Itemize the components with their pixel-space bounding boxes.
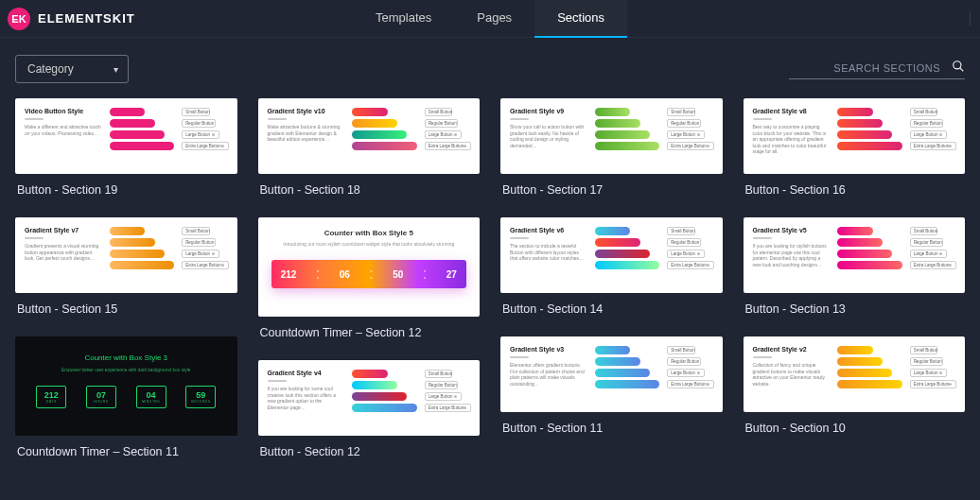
section-card[interactable]: Gradient Style v7Gradient presents a vis…: [15, 217, 237, 316]
nav-tabs: TemplatesPagesSections: [353, 0, 627, 38]
section-card[interactable]: Video Button StyleMake a different and a…: [15, 98, 237, 197]
brand-text: ELEMENTSKIT: [38, 11, 135, 26]
section-title: Countdown Timer – Section 12: [258, 317, 481, 339]
section-title: Button - Section 11: [500, 412, 723, 435]
section-title: Button - Section 15: [15, 293, 237, 316]
section-card[interactable]: Gradient Style v6The section to include …: [500, 217, 723, 316]
section-thumbnail: Counter with Box Style 3Empower better u…: [15, 336, 237, 436]
header-bar: EK ELEMENTSKIT TemplatesPagesSections: [0, 0, 980, 38]
section-card[interactable]: Counter with Box Style 5Introducing our …: [258, 217, 481, 339]
brand: EK ELEMENTSKIT: [8, 8, 135, 30]
tab-templates[interactable]: Templates: [353, 0, 454, 38]
svg-point-0: [954, 60, 961, 68]
section-card[interactable]: Counter with Box Style 3Empower better u…: [15, 336, 237, 458]
section-title: Button - Section 16: [744, 174, 966, 197]
chevron-down-icon: ▾: [114, 64, 118, 75]
category-select-label: Category: [27, 62, 74, 76]
section-card[interactable]: Gradient Style v5If you are looking for …: [744, 217, 966, 316]
section-thumbnail: Video Button StyleMake a different and a…: [15, 98, 237, 174]
section-thumbnail: Gradient Style v6The section to include …: [500, 217, 723, 293]
search-icon[interactable]: [952, 60, 965, 77]
section-card[interactable]: Gradient Style v8Best way to customize a…: [744, 98, 966, 197]
section-thumbnail: Gradient Style v4If you are looking for …: [258, 360, 481, 436]
section-card[interactable]: Gradient Style v2Collection of fancy and…: [744, 336, 966, 435]
section-thumbnail: Gradient Style v7Gradient presents a vis…: [15, 217, 237, 293]
section-title: Button - Section 14: [500, 293, 723, 316]
section-title: Button - Section 17: [500, 174, 723, 197]
search-wrap: [789, 60, 965, 79]
header-separator: [970, 11, 971, 26]
tab-sections[interactable]: Sections: [534, 0, 627, 38]
section-title: Countdown Timer – Section 11: [15, 436, 237, 458]
section-title: Button - Section 12: [258, 436, 481, 458]
section-thumbnail: Gradient Style v9Show your call to actio…: [500, 98, 723, 174]
category-select[interactable]: Category ▾: [15, 55, 129, 83]
section-thumbnail: Gradient Style v3Elementor offers gradie…: [500, 336, 723, 412]
section-thumbnail: Gradient Style v5If you are looking for …: [744, 217, 966, 293]
svg-line-1: [960, 67, 964, 71]
section-card[interactable]: Gradient Style v4If you are looking for …: [258, 360, 481, 458]
section-card[interactable]: Gradient Style v10Make attractive button…: [258, 98, 481, 197]
tab-pages[interactable]: Pages: [454, 0, 534, 38]
search-input[interactable]: [789, 62, 940, 74]
brand-icon: EK: [8, 8, 30, 30]
section-title: Button - Section 10: [744, 412, 966, 435]
section-card[interactable]: Gradient Style v3Elementor offers gradie…: [500, 336, 723, 435]
section-title: Button - Section 13: [744, 293, 966, 316]
section-thumbnail: Gradient Style v2Collection of fancy and…: [744, 336, 966, 412]
section-card[interactable]: Gradient Style v9Show your call to actio…: [500, 98, 723, 197]
section-thumbnail: Counter with Box Style 5Introducing our …: [258, 217, 481, 317]
subbar: Category ▾: [0, 38, 980, 95]
section-thumbnail: Gradient Style v8Best way to customize a…: [744, 98, 966, 174]
section-thumbnail: Gradient Style v10Make attractive button…: [258, 98, 481, 174]
sections-grid: Video Button StyleMake a different and a…: [0, 95, 980, 483]
section-title: Button - Section 19: [15, 174, 237, 197]
section-title: Button - Section 18: [258, 174, 481, 197]
